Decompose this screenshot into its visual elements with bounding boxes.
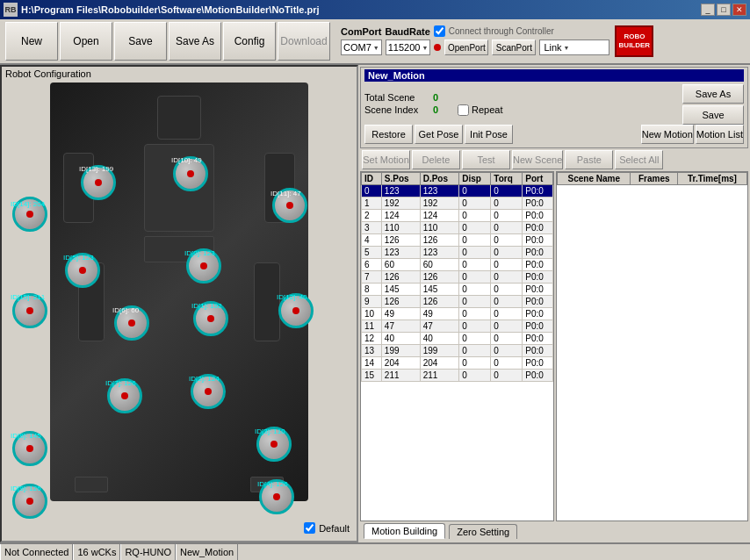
cell-disp: 0 [459,247,491,259]
save-button[interactable]: Save [114,22,167,61]
servo-14-label: ID[14]: 204 [11,200,45,208]
saveas-button[interactable]: Save As [169,22,221,61]
servo-4-dot [273,493,280,500]
baudrate-checkbox[interactable] [434,25,445,37]
cell-torq: 0 [491,247,523,259]
servo-9-label: ID[9]: 126 [11,485,41,492]
col-frames: Frames [631,173,677,185]
servo-8-dot [26,445,33,452]
motion-building-tab[interactable]: Motion Building [364,523,445,539]
table-row[interactable]: 10 49 49 0 0 P0:0 [362,308,553,320]
scene-index-row: Scene Index 0 Repeat [364,104,502,116]
cell-spos: 47 [381,320,420,333]
saveas-motion-button[interactable]: Save As [682,84,744,104]
zero-setting-tab[interactable]: Zero Setting [449,524,517,539]
cell-spos: 126 [381,271,420,284]
cell-torq: 0 [491,210,523,222]
default-checkbox[interactable] [304,522,315,534]
main-toolbar: New Open Save Save As Config Download Co… [0,19,750,65]
scene-index-label: Scene Index [364,104,426,115]
table-row[interactable]: 15 211 211 0 0 P0:0 [362,370,553,382]
cell-dpos: 199 [420,345,459,357]
cell-disp: 0 [459,320,491,333]
table-row[interactable]: 0 123 123 0 0 P0:0 [362,185,553,197]
baudrate-label: BaudRate [385,26,429,37]
cell-torq: 0 [491,357,523,370]
paste-button: Paste [565,150,613,169]
table-row[interactable]: 13 199 199 0 0 P0:0 [362,345,553,357]
minimize-button[interactable]: _ [701,4,715,16]
table-row[interactable]: 2 124 124 0 0 P0:0 [362,210,553,222]
get-pose-button[interactable]: Get Pose [415,125,463,144]
cell-disp: 0 [459,259,491,271]
table-row[interactable]: 11 47 47 0 0 P0:0 [362,320,553,333]
table-row[interactable]: 3 110 110 0 0 P0:0 [362,222,553,234]
motion-list-area: Scene Name Frames Tr.Time[ms] [556,171,748,521]
motion-list-tab[interactable]: Motion List [696,125,744,144]
cell-disp: 0 [459,284,491,296]
split-area: ID S.Pos D.Pos Disp Torq Port 0 123 123 … [360,171,748,521]
motion-list-table-wrapper[interactable]: Scene Name Frames Tr.Time[ms] [556,171,748,521]
table-row[interactable]: 14 204 204 0 0 P0:0 [362,357,553,370]
col-scene-name: Scene Name [558,173,631,185]
servo-3-label: ID[3]: 110 [255,427,285,435]
table-row[interactable]: 7 126 126 0 0 P0:0 [362,271,553,284]
restore-button[interactable]: Restore [364,125,413,144]
new-motion-tab[interactable]: New Motion [641,125,694,144]
cell-torq: 0 [491,333,523,345]
servo-4-label: ID[4]: 126 [257,480,288,488]
servo-data-table-wrapper[interactable]: ID S.Pos D.Pos Disp Torq Port 0 123 123 … [360,171,554,521]
servo-11-dot [286,202,293,209]
save-motion-button[interactable]: Save [682,105,744,125]
repeat-label: Repeat [472,104,502,115]
comport-label: ComPort [341,26,381,37]
open-button[interactable]: Open [60,22,112,61]
cell-id: 2 [362,210,382,222]
close-button[interactable]: ✕ [732,4,746,16]
table-row[interactable]: 8 145 145 0 0 P0:0 [362,284,553,296]
cell-dpos: 123 [420,185,459,197]
cell-disp: 0 [459,357,491,370]
table-row[interactable]: 9 126 126 0 0 P0:0 [362,296,553,308]
table-row[interactable]: 12 40 40 0 0 P0:0 [362,333,553,345]
cell-dpos: 126 [420,271,459,284]
cell-dpos: 110 [420,222,459,234]
baud-rate-combo[interactable]: 115200 ▼ [386,39,431,55]
link-combo[interactable]: Link ▼ [539,39,609,55]
openport-button[interactable]: OpenPort [444,39,488,55]
repeat-check: Repeat [458,104,502,116]
total-scene-value: 0 [433,92,451,103]
table-row[interactable]: 4 126 126 0 0 P0:0 [362,234,553,247]
cell-torq: 0 [491,185,523,197]
table-row[interactable]: 5 123 123 0 0 P0:0 [362,247,553,259]
com-port-combo[interactable]: COM7 ▼ [341,39,382,55]
servo-15-label: ID[15]: 211 [11,293,45,301]
init-pose-button[interactable]: Init Pose [465,125,513,144]
cell-dpos: 40 [420,333,459,345]
cell-id: 7 [362,271,382,284]
cell-torq: 0 [491,284,523,296]
new-button[interactable]: New [5,22,58,61]
repeat-checkbox[interactable] [458,104,469,116]
cell-spos: 40 [381,333,420,345]
set-motion-button: Set Motion [362,150,410,169]
default-area: Default [304,522,350,534]
servo-12-label: ID[12]: 40 [277,293,307,301]
cell-spos: 123 [381,247,420,259]
second-toolbar: Set Motion Delete Test New Scene Paste S… [360,150,748,169]
table-row[interactable]: 1 192 192 0 0 P0:0 [362,197,553,210]
cell-dpos: 126 [420,296,459,308]
table-row[interactable]: 6 60 60 0 0 P0:0 [362,259,553,271]
cell-spos: 110 [381,222,420,234]
title-bar: RB H:\Program Files\Robobuilder\Software… [0,0,750,19]
cell-id: 10 [362,308,382,320]
robot-config-label: Robot Configuration [5,68,91,79]
cell-spos: 192 [381,197,420,210]
cell-spos: 126 [381,296,420,308]
cell-port: P0:0 [523,296,553,308]
scanport-button[interactable]: ScanPort [492,39,536,55]
total-scene-row: Total Scene 0 [364,92,502,103]
config-button[interactable]: Config [223,22,276,61]
connect-label: Connect through Controller [449,26,554,36]
maximize-button[interactable]: □ [717,4,731,16]
